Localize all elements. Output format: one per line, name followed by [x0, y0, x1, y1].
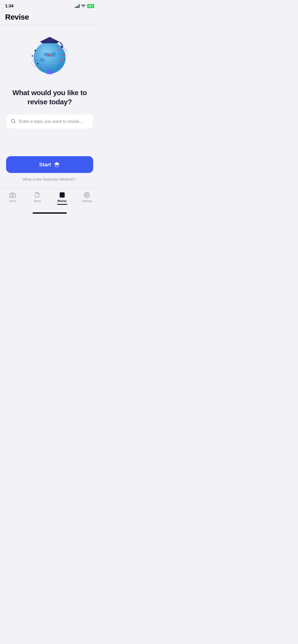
battery-indicator: 48 — [87, 4, 94, 8]
search-icon — [11, 119, 16, 125]
start-button[interactable]: Start — [6, 156, 93, 173]
content-area: What would you like to revise today? Sta… — [0, 25, 99, 188]
svg-point-23 — [11, 194, 13, 196]
wifi-icon — [81, 4, 86, 8]
nav-item-revise[interactable]: Revise — [53, 192, 71, 205]
nav-item-settings[interactable]: Settings — [78, 192, 96, 202]
illustration-container — [24, 30, 75, 81]
svg-point-19 — [48, 54, 50, 56]
scroll-content: What would you like to revise today? — [0, 25, 99, 156]
feynman-link-text: What is the Feynman Method? — [23, 177, 75, 181]
bottom-section: Start What is the Feynman Method? › — [0, 156, 99, 188]
camera-icon — [9, 192, 16, 198]
svg-marker-8 — [39, 37, 60, 43]
page-header: Revise — [0, 11, 99, 25]
bottom-navigation: Solve Notes Revise — [0, 188, 99, 210]
notes-icon — [34, 192, 40, 198]
status-bar: 1:34 48 — [0, 0, 99, 11]
search-input[interactable] — [19, 119, 89, 124]
search-container — [6, 114, 93, 129]
home-indicator-container — [0, 210, 99, 215]
settings-icon — [84, 192, 90, 198]
book-icon — [59, 192, 65, 198]
nav-label-revise: Revise — [58, 199, 66, 202]
active-dot — [78, 4, 80, 5]
signal-indicator — [75, 5, 79, 8]
graduation-globe-illustration — [24, 30, 75, 81]
svg-marker-22 — [54, 162, 60, 165]
status-time: 1:34 — [5, 4, 13, 9]
battery-percentage: 48 — [88, 5, 91, 8]
main-heading: What would you like to revise today? — [6, 88, 93, 107]
active-tab-indicator — [57, 204, 67, 205]
nav-item-notes[interactable]: Notes — [28, 192, 46, 202]
svg-point-10 — [61, 46, 63, 48]
nav-label-solve: Solve — [9, 199, 16, 202]
svg-rect-18 — [32, 55, 33, 57]
status-icons: 48 — [75, 4, 94, 8]
nav-label-settings: Settings — [82, 199, 92, 202]
nav-item-solve[interactable]: Solve — [4, 192, 21, 202]
nav-label-notes: Notes — [34, 199, 41, 202]
svg-line-21 — [14, 122, 15, 123]
svg-point-24 — [86, 194, 88, 196]
feynman-link-container: What is the Feynman Method? › — [23, 177, 77, 181]
chevron-right-icon: › — [76, 177, 77, 181]
home-indicator — [33, 212, 67, 214]
feynman-method-link[interactable]: What is the Feynman Method? › — [23, 177, 77, 181]
graduation-cap-icon — [53, 161, 60, 168]
page-title: Revise — [5, 13, 94, 21]
start-button-label: Start — [39, 162, 51, 168]
app-wrapper: 1:34 48 Revise — [0, 0, 99, 215]
